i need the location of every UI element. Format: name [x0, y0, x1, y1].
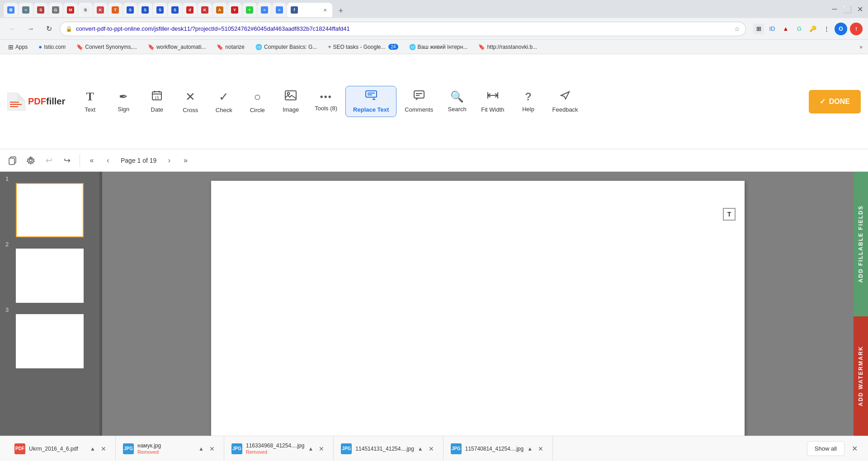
download-chevron-5[interactable]: ▲: [527, 446, 533, 452]
download-chevron-1[interactable]: ▲: [90, 446, 95, 452]
bookmarks-more-button[interactable]: »: [859, 44, 863, 50]
tab-active[interactable]: f ✕: [287, 3, 332, 17]
tool-replace-text[interactable]: Replace Text: [345, 86, 396, 117]
undo-button[interactable]: ↩: [42, 153, 56, 168]
last-page-button[interactable]: »: [179, 154, 192, 167]
tab-12[interactable]: S: [168, 3, 182, 17]
address-bar[interactable]: 🔒 convert-pdf-to-ppt-online.com/jsfiller…: [60, 22, 746, 36]
tab-10[interactable]: S: [138, 3, 152, 17]
download-chevron-2[interactable]: ▲: [198, 446, 204, 452]
show-all-button[interactable]: Show all: [807, 441, 844, 456]
tool-feedback[interactable]: Feedback: [546, 86, 585, 117]
tab-16[interactable]: Y: [227, 3, 242, 17]
tab-13[interactable]: d: [183, 3, 197, 17]
tab-1[interactable]: ⊞: [4, 3, 18, 17]
bookmark-seo-label: SEO tasks - Google...: [333, 44, 385, 50]
profile-avatar[interactable]: O: [835, 23, 847, 35]
tab-7[interactable]: K: [93, 3, 108, 17]
tool-sign[interactable]: ✒ Sign: [108, 87, 139, 116]
thumb-preview-3[interactable]: [16, 314, 84, 368]
thumb-number-1: 1: [5, 175, 9, 182]
tab-17[interactable]: +: [242, 3, 257, 17]
next-page-button[interactable]: ›: [163, 154, 175, 167]
thumbnail-page-2[interactable]: 2: [4, 241, 96, 303]
tab-15[interactable]: A: [212, 3, 227, 17]
pdf-canvas-area[interactable]: T: [102, 172, 854, 436]
redo-button[interactable]: ↪: [60, 153, 74, 168]
bookmark-rass[interactable]: 🔖 http://rasstanovki.b...: [476, 42, 540, 52]
maximize-button[interactable]: ⬜: [843, 5, 852, 14]
bookmark-workflow[interactable]: 🔖 workflow_automati...: [145, 42, 208, 52]
forward-button[interactable]: →: [24, 22, 38, 36]
bookmark-istio[interactable]: ● Istio.com: [36, 42, 68, 52]
extension-icon-ident[interactable]: ID: [767, 24, 778, 34]
tool-date[interactable]: 15 Date: [141, 86, 173, 117]
back-button[interactable]: ←: [5, 22, 20, 36]
close-button[interactable]: ✕: [855, 5, 864, 14]
tab-3[interactable]: S: [33, 3, 48, 17]
bookmark-apps[interactable]: ⊞ Apps: [5, 42, 30, 52]
download-chevron-3[interactable]: ▲: [308, 446, 313, 452]
tool-circle[interactable]: ○ Circle: [241, 86, 273, 117]
tab-2[interactable]: ≡: [19, 3, 33, 17]
first-page-button[interactable]: «: [85, 154, 98, 167]
bookmark-convert-label: Convert Synonyms,...: [85, 44, 137, 50]
thumbnail-page-3[interactable]: 3: [4, 306, 96, 368]
thumb-preview-1[interactable]: [16, 183, 84, 237]
tab-8[interactable]: T: [108, 3, 123, 17]
prev-page-button[interactable]: ‹: [102, 154, 114, 167]
tab-11[interactable]: S: [153, 3, 167, 17]
add-watermark-panel[interactable]: ADD WATERMARK: [854, 316, 868, 436]
lock-icon: 🔒: [66, 26, 72, 32]
extension-icon-bitwarden[interactable]: 🔑: [807, 24, 818, 34]
bookmark-star-icon[interactable]: ☆: [734, 25, 740, 33]
bookmark-vas[interactable]: 🌐 Ваш живий Інтерн...: [406, 42, 471, 52]
downloads-dismiss-button[interactable]: ✕: [848, 442, 861, 455]
tool-comments[interactable]: Comments: [398, 86, 439, 117]
tab-5[interactable]: M: [63, 3, 78, 17]
tool-search[interactable]: 🔍 Search: [441, 87, 473, 116]
download-item-5: JPG 115740814_41254....jpg ▲ ✕: [443, 436, 553, 461]
tab-4[interactable]: G: [48, 3, 63, 17]
tool-cross[interactable]: ✕ Cross: [175, 86, 206, 117]
notification-icon[interactable]: !: [850, 23, 863, 35]
tool-help[interactable]: ? Help: [513, 87, 544, 116]
secondary-toolbar: ↩ ↪ « ‹ Page 1 of 19 › »: [0, 149, 868, 172]
page-thumbnails-sidebar: 1 2 3: [0, 172, 99, 436]
extensions-area: ⊞ ID ▲ G 🔑 ⋮ O !: [753, 23, 863, 35]
extension-icon-more[interactable]: ⋮: [821, 24, 832, 34]
tool-image[interactable]: Image: [275, 86, 307, 117]
reload-button[interactable]: ↻: [42, 22, 56, 36]
new-tab-button[interactable]: +: [335, 5, 347, 17]
settings-button[interactable]: [24, 153, 38, 168]
download-close-5[interactable]: ✕: [536, 444, 545, 453]
done-button[interactable]: ✓ DONE: [809, 90, 861, 113]
extension-icon-adblock[interactable]: ▲: [780, 24, 791, 34]
bookmark-seo[interactable]: + SEO tasks - Google... 24: [325, 42, 401, 52]
download-close-2[interactable]: ✕: [208, 444, 217, 453]
tab-19[interactable]: ≡: [272, 3, 287, 17]
add-fillable-fields-panel[interactable]: ADD FILLABLE FIELDS: [854, 172, 868, 316]
tab-18[interactable]: ≡: [257, 3, 272, 17]
bookmark-notarize[interactable]: 🔖 notarize: [214, 42, 247, 52]
download-close-1[interactable]: ✕: [99, 444, 108, 453]
tab-6[interactable]: S: [78, 3, 93, 17]
tool-check[interactable]: ✓ Check: [208, 86, 240, 117]
tab-close-active[interactable]: ✕: [321, 6, 329, 14]
download-chevron-4[interactable]: ▲: [418, 446, 423, 452]
tool-text[interactable]: T Text: [74, 86, 106, 117]
minimize-button[interactable]: ─: [830, 5, 839, 14]
tool-fit-width[interactable]: Fit Width: [475, 86, 510, 117]
tab-9[interactable]: S: [123, 3, 137, 17]
bookmark-computer-basics[interactable]: 🌐 Computer Basics: G...: [253, 42, 320, 52]
download-close-3[interactable]: ✕: [317, 444, 326, 453]
extension-icon-1[interactable]: ⊞: [753, 24, 764, 34]
copy-button[interactable]: [5, 153, 20, 168]
thumbnail-page-1[interactable]: 1: [4, 175, 96, 237]
thumb-preview-2[interactable]: [16, 249, 84, 303]
tab-14[interactable]: K: [198, 3, 212, 17]
download-close-4[interactable]: ✕: [427, 444, 436, 453]
bookmark-convert[interactable]: 🔖 Convert Synonyms,...: [74, 42, 140, 52]
tool-tools[interactable]: ••• Tools (8): [308, 88, 344, 115]
extension-icon-grammarly[interactable]: G: [794, 24, 805, 34]
